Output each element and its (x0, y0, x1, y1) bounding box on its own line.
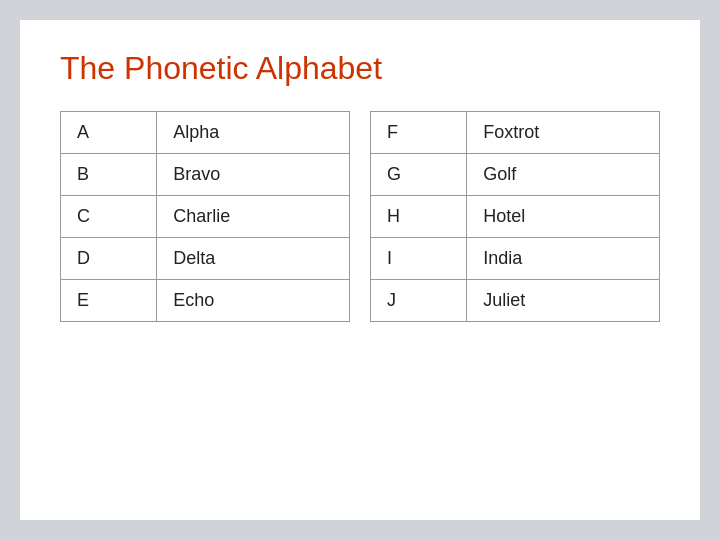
word-cell: Foxtrot (467, 112, 660, 154)
letter-cell: B (61, 154, 157, 196)
slide: The Phonetic Alphabet AAlphaBBravoCCharl… (20, 20, 700, 520)
table-row: BBravo (61, 154, 350, 196)
table-row: AAlpha (61, 112, 350, 154)
tables-container: AAlphaBBravoCCharlieDDeltaEEcho FFoxtrot… (60, 111, 660, 322)
table-row: FFoxtrot (371, 112, 660, 154)
table-row: HHotel (371, 196, 660, 238)
table-row: DDelta (61, 238, 350, 280)
letter-cell: A (61, 112, 157, 154)
left-table: AAlphaBBravoCCharlieDDeltaEEcho (60, 111, 350, 322)
letter-cell: E (61, 280, 157, 322)
table-row: IIndia (371, 238, 660, 280)
right-table: FFoxtrotGGolfHHotelIIndiaJJuliet (370, 111, 660, 322)
table-row: JJuliet (371, 280, 660, 322)
letter-cell: I (371, 238, 467, 280)
word-cell: Juliet (467, 280, 660, 322)
word-cell: Hotel (467, 196, 660, 238)
word-cell: India (467, 238, 660, 280)
table-row: CCharlie (61, 196, 350, 238)
letter-cell: D (61, 238, 157, 280)
letter-cell: G (371, 154, 467, 196)
word-cell: Bravo (157, 154, 350, 196)
word-cell: Echo (157, 280, 350, 322)
word-cell: Alpha (157, 112, 350, 154)
letter-cell: F (371, 112, 467, 154)
letter-cell: H (371, 196, 467, 238)
word-cell: Delta (157, 238, 350, 280)
word-cell: Golf (467, 154, 660, 196)
letter-cell: J (371, 280, 467, 322)
word-cell: Charlie (157, 196, 350, 238)
table-row: EEcho (61, 280, 350, 322)
table-row: GGolf (371, 154, 660, 196)
page-title: The Phonetic Alphabet (60, 50, 660, 87)
letter-cell: C (61, 196, 157, 238)
